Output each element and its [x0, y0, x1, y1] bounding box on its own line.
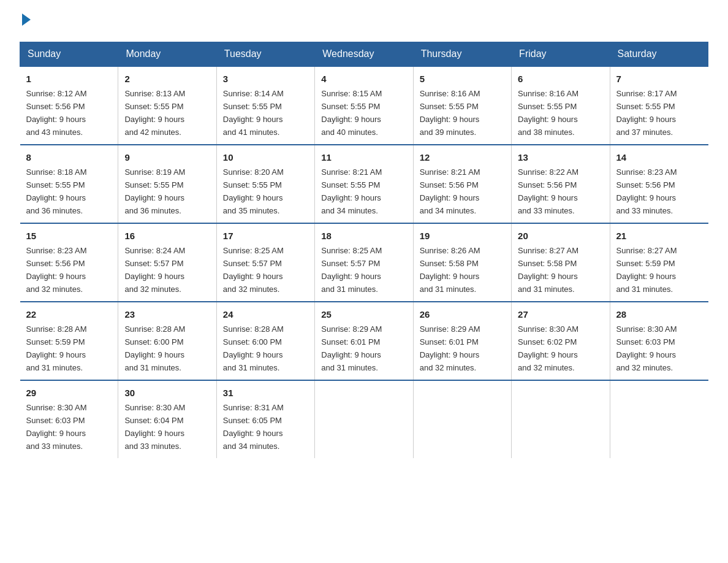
day-info: Sunrise: 8:16 AMSunset: 5:55 PMDaylight:… [518, 89, 578, 137]
day-number: 22 [26, 307, 112, 321]
calendar-cell: 3Sunrise: 8:14 AMSunset: 5:55 PMDaylight… [216, 66, 314, 145]
calendar-cell: 20Sunrise: 8:27 AMSunset: 5:58 PMDayligh… [512, 223, 610, 302]
day-info: Sunrise: 8:15 AMSunset: 5:55 PMDaylight:… [321, 89, 382, 137]
day-number: 25 [321, 307, 406, 321]
calendar-cell: 26Sunrise: 8:29 AMSunset: 6:01 PMDayligh… [413, 302, 511, 380]
day-number: 16 [124, 229, 210, 243]
calendar-cell: 18Sunrise: 8:25 AMSunset: 5:57 PMDayligh… [315, 223, 413, 302]
day-info: Sunrise: 8:29 AMSunset: 6:01 PMDaylight:… [321, 324, 382, 372]
day-number: 6 [518, 72, 603, 86]
calendar-cell: 31Sunrise: 8:31 AMSunset: 6:05 PMDayligh… [216, 380, 314, 458]
calendar-table: SundayMondayTuesdayWednesdayThursdayFrid… [20, 42, 708, 458]
day-info: Sunrise: 8:17 AMSunset: 5:55 PMDaylight:… [616, 89, 677, 137]
calendar-cell: 25Sunrise: 8:29 AMSunset: 6:01 PMDayligh… [315, 302, 413, 380]
calendar-cell: 24Sunrise: 8:28 AMSunset: 6:00 PMDayligh… [216, 302, 314, 380]
day-info: Sunrise: 8:23 AMSunset: 5:56 PMDaylight:… [616, 167, 677, 215]
day-number: 31 [223, 386, 308, 400]
calendar-cell [610, 380, 708, 458]
calendar-header-row: SundayMondayTuesdayWednesdayThursdayFrid… [20, 42, 708, 67]
weekday-header-sunday: Sunday [20, 42, 118, 67]
day-number: 3 [223, 72, 308, 86]
calendar-week-2: 8Sunrise: 8:18 AMSunset: 5:55 PMDaylight… [20, 145, 708, 223]
calendar-week-5: 29Sunrise: 8:30 AMSunset: 6:03 PMDayligh… [20, 380, 708, 458]
day-info: Sunrise: 8:24 AMSunset: 5:57 PMDaylight:… [124, 246, 185, 294]
day-info: Sunrise: 8:30 AMSunset: 6:02 PMDaylight:… [518, 324, 578, 372]
day-number: 8 [26, 150, 112, 164]
day-info: Sunrise: 8:27 AMSunset: 5:58 PMDaylight:… [518, 246, 578, 294]
day-info: Sunrise: 8:21 AMSunset: 5:56 PMDaylight:… [420, 167, 480, 215]
calendar-cell: 22Sunrise: 8:28 AMSunset: 5:59 PMDayligh… [20, 302, 118, 380]
day-info: Sunrise: 8:31 AMSunset: 6:05 PMDaylight:… [223, 403, 284, 451]
day-number: 2 [124, 72, 210, 86]
day-number: 24 [223, 307, 308, 321]
calendar-cell: 30Sunrise: 8:30 AMSunset: 6:04 PMDayligh… [118, 380, 216, 458]
day-number: 26 [420, 307, 505, 321]
day-number: 5 [420, 72, 505, 86]
calendar-cell: 4Sunrise: 8:15 AMSunset: 5:55 PMDaylight… [315, 66, 413, 145]
calendar-cell: 6Sunrise: 8:16 AMSunset: 5:55 PMDaylight… [512, 66, 610, 145]
calendar-cell: 16Sunrise: 8:24 AMSunset: 5:57 PMDayligh… [118, 223, 216, 302]
weekday-header-wednesday: Wednesday [315, 42, 413, 67]
day-number: 21 [616, 229, 702, 243]
calendar-cell [413, 380, 511, 458]
day-number: 19 [420, 229, 505, 243]
day-info: Sunrise: 8:29 AMSunset: 6:01 PMDaylight:… [420, 324, 480, 372]
day-info: Sunrise: 8:30 AMSunset: 6:04 PMDaylight:… [124, 403, 185, 451]
weekday-header-friday: Friday [512, 42, 610, 67]
day-info: Sunrise: 8:30 AMSunset: 6:03 PMDaylight:… [26, 403, 87, 451]
calendar-week-1: 1Sunrise: 8:12 AMSunset: 5:56 PMDaylight… [20, 66, 708, 145]
weekday-header-monday: Monday [118, 42, 216, 67]
weekday-header-saturday: Saturday [610, 42, 708, 67]
day-number: 14 [616, 150, 702, 164]
day-number: 17 [223, 229, 308, 243]
page-header [20, 15, 708, 27]
day-number: 1 [26, 72, 112, 86]
calendar-cell: 17Sunrise: 8:25 AMSunset: 5:57 PMDayligh… [216, 223, 314, 302]
day-info: Sunrise: 8:23 AMSunset: 5:56 PMDaylight:… [26, 246, 87, 294]
day-number: 27 [518, 307, 603, 321]
day-number: 7 [616, 72, 702, 86]
day-number: 11 [321, 150, 406, 164]
calendar-cell: 10Sunrise: 8:20 AMSunset: 5:55 PMDayligh… [216, 145, 314, 223]
day-info: Sunrise: 8:25 AMSunset: 5:57 PMDaylight:… [321, 246, 382, 294]
logo-arrow-icon [22, 13, 31, 26]
day-number: 30 [124, 386, 210, 400]
calendar-cell: 9Sunrise: 8:19 AMSunset: 5:55 PMDaylight… [118, 145, 216, 223]
day-info: Sunrise: 8:16 AMSunset: 5:55 PMDaylight:… [420, 89, 480, 137]
day-info: Sunrise: 8:14 AMSunset: 5:55 PMDaylight:… [223, 89, 284, 137]
calendar-cell: 15Sunrise: 8:23 AMSunset: 5:56 PMDayligh… [20, 223, 118, 302]
day-number: 13 [518, 150, 603, 164]
weekday-header-thursday: Thursday [413, 42, 511, 67]
day-info: Sunrise: 8:28 AMSunset: 6:00 PMDaylight:… [223, 324, 284, 372]
calendar-week-3: 15Sunrise: 8:23 AMSunset: 5:56 PMDayligh… [20, 223, 708, 302]
calendar-week-4: 22Sunrise: 8:28 AMSunset: 5:59 PMDayligh… [20, 302, 708, 380]
day-info: Sunrise: 8:18 AMSunset: 5:55 PMDaylight:… [26, 167, 87, 215]
day-number: 12 [420, 150, 505, 164]
day-number: 15 [26, 229, 112, 243]
day-info: Sunrise: 8:27 AMSunset: 5:59 PMDaylight:… [616, 246, 677, 294]
day-number: 9 [124, 150, 210, 164]
calendar-cell: 7Sunrise: 8:17 AMSunset: 5:55 PMDaylight… [610, 66, 708, 145]
calendar-cell: 8Sunrise: 8:18 AMSunset: 5:55 PMDaylight… [20, 145, 118, 223]
calendar-cell: 21Sunrise: 8:27 AMSunset: 5:59 PMDayligh… [610, 223, 708, 302]
calendar-cell: 27Sunrise: 8:30 AMSunset: 6:02 PMDayligh… [512, 302, 610, 380]
calendar-cell: 29Sunrise: 8:30 AMSunset: 6:03 PMDayligh… [20, 380, 118, 458]
day-info: Sunrise: 8:19 AMSunset: 5:55 PMDaylight:… [124, 167, 185, 215]
calendar-cell: 19Sunrise: 8:26 AMSunset: 5:58 PMDayligh… [413, 223, 511, 302]
calendar-cell: 28Sunrise: 8:30 AMSunset: 6:03 PMDayligh… [610, 302, 708, 380]
day-info: Sunrise: 8:28 AMSunset: 5:59 PMDaylight:… [26, 324, 87, 372]
weekday-header-tuesday: Tuesday [216, 42, 314, 67]
day-info: Sunrise: 8:20 AMSunset: 5:55 PMDaylight:… [223, 167, 284, 215]
calendar-cell: 1Sunrise: 8:12 AMSunset: 5:56 PMDaylight… [20, 66, 118, 145]
day-number: 28 [616, 307, 702, 321]
calendar-cell: 23Sunrise: 8:28 AMSunset: 6:00 PMDayligh… [118, 302, 216, 380]
day-info: Sunrise: 8:26 AMSunset: 5:58 PMDaylight:… [420, 246, 480, 294]
calendar-cell: 5Sunrise: 8:16 AMSunset: 5:55 PMDaylight… [413, 66, 511, 145]
day-info: Sunrise: 8:25 AMSunset: 5:57 PMDaylight:… [223, 246, 284, 294]
day-number: 23 [124, 307, 210, 321]
day-number: 20 [518, 229, 603, 243]
day-info: Sunrise: 8:22 AMSunset: 5:56 PMDaylight:… [518, 167, 578, 215]
calendar-cell: 11Sunrise: 8:21 AMSunset: 5:55 PMDayligh… [315, 145, 413, 223]
calendar-cell [315, 380, 413, 458]
day-info: Sunrise: 8:21 AMSunset: 5:55 PMDaylight:… [321, 167, 382, 215]
